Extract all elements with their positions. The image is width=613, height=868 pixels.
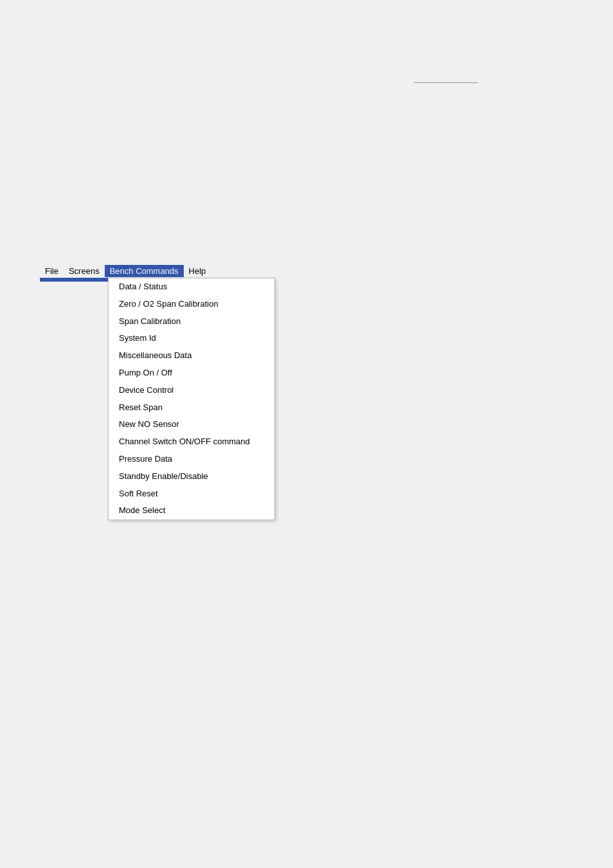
- menu-item-standby-enable[interactable]: Standby Enable/Disable: [109, 468, 274, 485]
- menu-item-pressure-data[interactable]: Pressure Data: [109, 451, 274, 468]
- menu-item-data-status[interactable]: Data / Status: [109, 278, 274, 296]
- menubar: File Screens Bench Commands Help: [40, 264, 211, 278]
- menu-item-pump-on-off[interactable]: Pump On / Off: [109, 365, 274, 382]
- menu-item-file[interactable]: File: [40, 265, 64, 277]
- menu-item-span-calibration[interactable]: Span Calibration: [109, 313, 274, 330]
- menu-item-new-no-sensor[interactable]: New NO Sensor: [109, 416, 274, 433]
- menu-item-bench-commands[interactable]: Bench Commands: [105, 265, 184, 277]
- menu-item-screens[interactable]: Screens: [64, 265, 105, 277]
- menu-item-reset-span[interactable]: Reset Span: [109, 399, 274, 417]
- active-menu-indicator: [40, 278, 111, 282]
- menu-item-device-control[interactable]: Device Control: [109, 382, 274, 399]
- menu-item-soft-reset[interactable]: Soft Reset: [109, 485, 274, 503]
- top-decoration-line: [414, 82, 478, 83]
- bench-commands-dropdown: Data / Status Zero / O2 Span Calibration…: [108, 278, 275, 520]
- menu-item-channel-switch[interactable]: Channel Switch ON/OFF command: [109, 433, 274, 451]
- menu-item-zero-o2-span[interactable]: Zero / O2 Span Calibration: [109, 296, 274, 313]
- menu-item-mode-select[interactable]: Mode Select: [109, 502, 274, 520]
- menu-item-help[interactable]: Help: [184, 265, 211, 277]
- menu-item-miscellaneous-data[interactable]: Miscellaneous Data: [109, 347, 274, 365]
- menu-item-system-id[interactable]: System Id: [109, 330, 274, 347]
